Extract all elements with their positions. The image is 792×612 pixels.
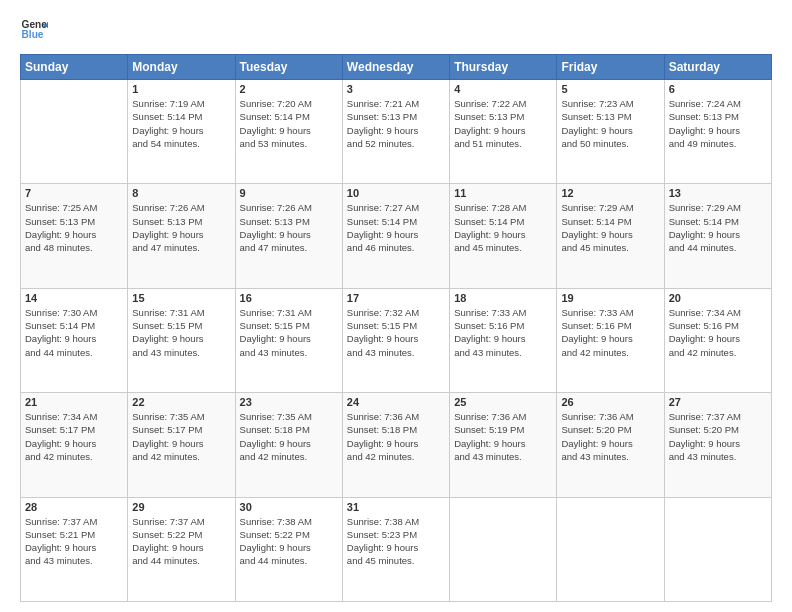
day-number: 31 [347,501,445,513]
calendar-cell: 17Sunrise: 7:32 AM Sunset: 5:15 PM Dayli… [342,288,449,392]
day-number: 9 [240,187,338,199]
calendar-cell: 19Sunrise: 7:33 AM Sunset: 5:16 PM Dayli… [557,288,664,392]
day-info: Sunrise: 7:26 AM Sunset: 5:13 PM Dayligh… [240,201,338,254]
day-number: 23 [240,396,338,408]
day-number: 5 [561,83,659,95]
day-number: 1 [132,83,230,95]
day-info: Sunrise: 7:37 AM Sunset: 5:20 PM Dayligh… [669,410,767,463]
calendar-cell: 2Sunrise: 7:20 AM Sunset: 5:14 PM Daylig… [235,80,342,184]
day-info: Sunrise: 7:35 AM Sunset: 5:17 PM Dayligh… [132,410,230,463]
day-info: Sunrise: 7:35 AM Sunset: 5:18 PM Dayligh… [240,410,338,463]
day-number: 27 [669,396,767,408]
calendar-cell: 11Sunrise: 7:28 AM Sunset: 5:14 PM Dayli… [450,184,557,288]
day-info: Sunrise: 7:36 AM Sunset: 5:18 PM Dayligh… [347,410,445,463]
day-info: Sunrise: 7:29 AM Sunset: 5:14 PM Dayligh… [669,201,767,254]
calendar-cell: 10Sunrise: 7:27 AM Sunset: 5:14 PM Dayli… [342,184,449,288]
calendar-cell: 20Sunrise: 7:34 AM Sunset: 5:16 PM Dayli… [664,288,771,392]
day-info: Sunrise: 7:34 AM Sunset: 5:16 PM Dayligh… [669,306,767,359]
calendar-cell: 25Sunrise: 7:36 AM Sunset: 5:19 PM Dayli… [450,393,557,497]
day-info: Sunrise: 7:34 AM Sunset: 5:17 PM Dayligh… [25,410,123,463]
calendar-cell: 21Sunrise: 7:34 AM Sunset: 5:17 PM Dayli… [21,393,128,497]
day-info: Sunrise: 7:20 AM Sunset: 5:14 PM Dayligh… [240,97,338,150]
svg-text:Blue: Blue [22,29,44,40]
calendar-cell: 28Sunrise: 7:37 AM Sunset: 5:21 PM Dayli… [21,497,128,601]
day-info: Sunrise: 7:36 AM Sunset: 5:20 PM Dayligh… [561,410,659,463]
logo-icon: General Blue [20,16,48,44]
weekday-header-tuesday: Tuesday [235,55,342,80]
weekday-header-wednesday: Wednesday [342,55,449,80]
day-info: Sunrise: 7:33 AM Sunset: 5:16 PM Dayligh… [454,306,552,359]
day-number: 4 [454,83,552,95]
day-info: Sunrise: 7:37 AM Sunset: 5:21 PM Dayligh… [25,515,123,568]
day-number: 21 [25,396,123,408]
day-info: Sunrise: 7:25 AM Sunset: 5:13 PM Dayligh… [25,201,123,254]
day-number: 22 [132,396,230,408]
day-info: Sunrise: 7:19 AM Sunset: 5:14 PM Dayligh… [132,97,230,150]
day-info: Sunrise: 7:29 AM Sunset: 5:14 PM Dayligh… [561,201,659,254]
calendar-cell: 4Sunrise: 7:22 AM Sunset: 5:13 PM Daylig… [450,80,557,184]
calendar-cell: 26Sunrise: 7:36 AM Sunset: 5:20 PM Dayli… [557,393,664,497]
calendar-header-row: SundayMondayTuesdayWednesdayThursdayFrid… [21,55,772,80]
calendar-cell [664,497,771,601]
day-number: 2 [240,83,338,95]
day-number: 16 [240,292,338,304]
day-info: Sunrise: 7:37 AM Sunset: 5:22 PM Dayligh… [132,515,230,568]
day-number: 18 [454,292,552,304]
day-number: 20 [669,292,767,304]
day-number: 13 [669,187,767,199]
calendar-cell [450,497,557,601]
weekday-header-sunday: Sunday [21,55,128,80]
day-number: 17 [347,292,445,304]
calendar-cell: 14Sunrise: 7:30 AM Sunset: 5:14 PM Dayli… [21,288,128,392]
calendar-cell: 13Sunrise: 7:29 AM Sunset: 5:14 PM Dayli… [664,184,771,288]
calendar-cell: 7Sunrise: 7:25 AM Sunset: 5:13 PM Daylig… [21,184,128,288]
day-number: 28 [25,501,123,513]
calendar-cell [557,497,664,601]
calendar-cell: 30Sunrise: 7:38 AM Sunset: 5:22 PM Dayli… [235,497,342,601]
calendar-cell: 16Sunrise: 7:31 AM Sunset: 5:15 PM Dayli… [235,288,342,392]
day-number: 14 [25,292,123,304]
calendar-cell: 23Sunrise: 7:35 AM Sunset: 5:18 PM Dayli… [235,393,342,497]
page-header: General Blue [20,16,772,44]
day-number: 7 [25,187,123,199]
calendar-week-1: 1Sunrise: 7:19 AM Sunset: 5:14 PM Daylig… [21,80,772,184]
day-number: 26 [561,396,659,408]
calendar-cell: 6Sunrise: 7:24 AM Sunset: 5:13 PM Daylig… [664,80,771,184]
day-info: Sunrise: 7:23 AM Sunset: 5:13 PM Dayligh… [561,97,659,150]
calendar-week-2: 7Sunrise: 7:25 AM Sunset: 5:13 PM Daylig… [21,184,772,288]
day-info: Sunrise: 7:21 AM Sunset: 5:13 PM Dayligh… [347,97,445,150]
weekday-header-monday: Monday [128,55,235,80]
day-number: 6 [669,83,767,95]
calendar-week-3: 14Sunrise: 7:30 AM Sunset: 5:14 PM Dayli… [21,288,772,392]
day-number: 10 [347,187,445,199]
calendar-cell: 29Sunrise: 7:37 AM Sunset: 5:22 PM Dayli… [128,497,235,601]
day-info: Sunrise: 7:22 AM Sunset: 5:13 PM Dayligh… [454,97,552,150]
day-info: Sunrise: 7:38 AM Sunset: 5:22 PM Dayligh… [240,515,338,568]
calendar-table: SundayMondayTuesdayWednesdayThursdayFrid… [20,54,772,602]
day-info: Sunrise: 7:30 AM Sunset: 5:14 PM Dayligh… [25,306,123,359]
weekday-header-thursday: Thursday [450,55,557,80]
calendar-cell: 12Sunrise: 7:29 AM Sunset: 5:14 PM Dayli… [557,184,664,288]
day-number: 29 [132,501,230,513]
day-number: 25 [454,396,552,408]
day-info: Sunrise: 7:36 AM Sunset: 5:19 PM Dayligh… [454,410,552,463]
calendar-cell: 5Sunrise: 7:23 AM Sunset: 5:13 PM Daylig… [557,80,664,184]
calendar-cell: 15Sunrise: 7:31 AM Sunset: 5:15 PM Dayli… [128,288,235,392]
day-info: Sunrise: 7:33 AM Sunset: 5:16 PM Dayligh… [561,306,659,359]
day-info: Sunrise: 7:26 AM Sunset: 5:13 PM Dayligh… [132,201,230,254]
day-number: 11 [454,187,552,199]
weekday-header-friday: Friday [557,55,664,80]
calendar-week-5: 28Sunrise: 7:37 AM Sunset: 5:21 PM Dayli… [21,497,772,601]
day-info: Sunrise: 7:28 AM Sunset: 5:14 PM Dayligh… [454,201,552,254]
day-number: 30 [240,501,338,513]
day-number: 15 [132,292,230,304]
calendar-cell: 1Sunrise: 7:19 AM Sunset: 5:14 PM Daylig… [128,80,235,184]
calendar-cell: 24Sunrise: 7:36 AM Sunset: 5:18 PM Dayli… [342,393,449,497]
calendar-cell: 9Sunrise: 7:26 AM Sunset: 5:13 PM Daylig… [235,184,342,288]
calendar-cell: 8Sunrise: 7:26 AM Sunset: 5:13 PM Daylig… [128,184,235,288]
day-number: 19 [561,292,659,304]
day-info: Sunrise: 7:32 AM Sunset: 5:15 PM Dayligh… [347,306,445,359]
day-number: 8 [132,187,230,199]
calendar-cell: 3Sunrise: 7:21 AM Sunset: 5:13 PM Daylig… [342,80,449,184]
day-info: Sunrise: 7:38 AM Sunset: 5:23 PM Dayligh… [347,515,445,568]
